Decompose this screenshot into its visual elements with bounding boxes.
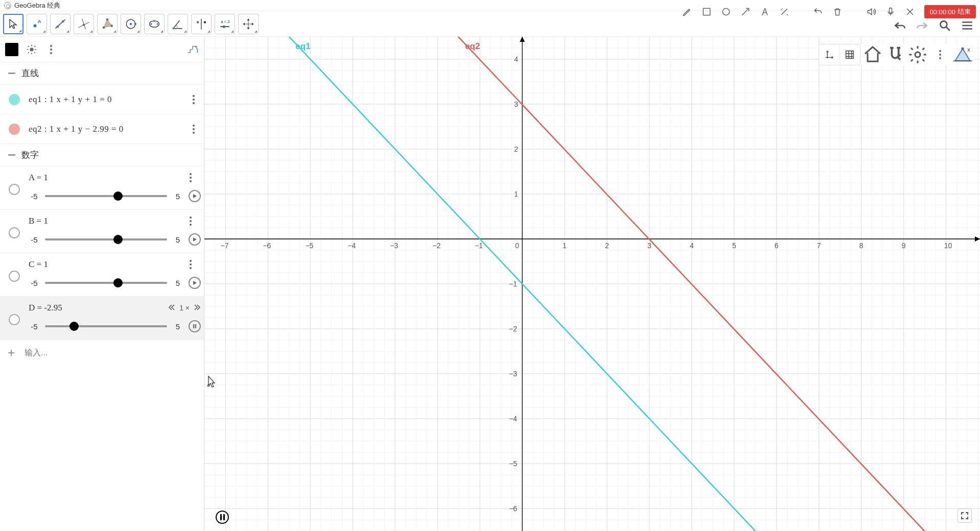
- svg-text:a = 2: a = 2: [221, 19, 230, 24]
- tool-perpendicular[interactable]: [74, 14, 94, 34]
- app-controls: [892, 18, 975, 33]
- speed-down-icon[interactable]: [168, 304, 175, 312]
- tool-slider[interactable]: a = 2: [215, 14, 235, 34]
- svg-point-25: [204, 21, 206, 23]
- visibility-toggle-c[interactable]: [9, 271, 20, 282]
- style-settings-icon[interactable]: [26, 43, 38, 56]
- search-button[interactable]: [937, 18, 952, 33]
- graphics-view[interactable]: x −7−6−5−4−3−2−1012345678910−6−5−4−3−2−1…: [204, 37, 980, 531]
- slider-min-c: -5: [29, 279, 40, 287]
- app-title: GeoGebra 经典: [14, 1, 60, 10]
- construction-steps-icon[interactable]: [186, 43, 199, 56]
- slider-more-a[interactable]: [180, 173, 201, 182]
- slider-play-a[interactable]: [189, 190, 201, 202]
- visibility-toggle-eq1[interactable]: [0, 94, 29, 105]
- sidebar-more-icon[interactable]: [45, 43, 57, 56]
- algebra-input[interactable]: [25, 348, 199, 357]
- svg-text:5: 5: [732, 242, 736, 250]
- tool-circle-center[interactable]: [121, 14, 141, 34]
- magic-icon[interactable]: [779, 7, 789, 17]
- svg-marker-35: [193, 281, 197, 285]
- slider-track-a[interactable]: [45, 195, 167, 197]
- input-row: +: [0, 340, 204, 366]
- equation-more-eq1[interactable]: [183, 95, 204, 104]
- slider-play-b[interactable]: [189, 233, 201, 246]
- undo-button[interactable]: [892, 18, 907, 33]
- svg-marker-11: [104, 19, 112, 28]
- tool-move[interactable]: [3, 14, 24, 34]
- tool-ellipse[interactable]: [144, 14, 165, 34]
- grid-toggle-button[interactable]: [839, 44, 860, 65]
- section-lines[interactable]: 直线: [0, 62, 204, 85]
- menu-button[interactable]: [960, 18, 975, 33]
- tool-angle[interactable]: [168, 14, 188, 34]
- slider-label-d: D = -2.95: [29, 303, 168, 313]
- record-stop-button[interactable]: 00:00:00 结束: [924, 5, 976, 18]
- visibility-toggle-d[interactable]: [9, 314, 20, 325]
- add-button[interactable]: +: [5, 347, 17, 359]
- mic-icon[interactable]: [885, 7, 896, 17]
- svg-point-16: [130, 22, 132, 25]
- slider-max-d: 5: [172, 322, 183, 331]
- global-pause-button[interactable]: [216, 511, 229, 524]
- section-numbers[interactable]: 数字: [0, 144, 204, 166]
- record-label: 结束: [958, 7, 971, 16]
- tool-point[interactable]: A: [27, 14, 47, 34]
- square-icon[interactable]: [702, 7, 712, 17]
- slider-label-a: A = 1: [29, 173, 180, 183]
- svg-rect-36: [193, 324, 194, 328]
- volume-icon[interactable]: [866, 7, 876, 17]
- slider-more-b[interactable]: [180, 216, 201, 226]
- close-icon[interactable]: [905, 7, 915, 17]
- pencil-icon[interactable]: [682, 7, 692, 17]
- tool-polygon[interactable]: [97, 14, 118, 34]
- svg-text:7: 7: [817, 242, 821, 250]
- svg-rect-0: [704, 8, 710, 15]
- current-color-swatch[interactable]: [5, 43, 18, 56]
- svg-point-17: [134, 22, 136, 25]
- graphics-more-button[interactable]: [930, 44, 950, 65]
- graphics-settings-button[interactable]: [907, 44, 928, 65]
- visibility-toggle-eq2[interactable]: [0, 124, 29, 135]
- snap-button[interactable]: [885, 44, 905, 65]
- visibility-toggle-b[interactable]: [9, 227, 20, 238]
- home-button[interactable]: [862, 44, 883, 65]
- graph-canvas[interactable]: −7−6−5−4−3−2−1012345678910−6−5−4−3−2−112…: [204, 37, 980, 531]
- graphics-controls: x: [819, 44, 973, 65]
- axes-toggle-button[interactable]: [819, 44, 839, 65]
- equation-row-eq2[interactable]: eq2 : 1 x + 1 y − 2.99 = 0: [0, 114, 204, 144]
- svg-point-12: [103, 26, 105, 28]
- svg-text:1: 1: [514, 190, 518, 198]
- svg-marker-194: [520, 37, 525, 42]
- equation-more-eq2[interactable]: [183, 125, 204, 134]
- undo-system-icon[interactable]: [813, 7, 823, 17]
- slider-pause-d[interactable]: [189, 320, 201, 332]
- tool-move-view[interactable]: [238, 14, 259, 34]
- slider-more-c[interactable]: [180, 260, 201, 269]
- svg-point-38: [915, 52, 920, 57]
- slider-play-c[interactable]: [189, 277, 201, 289]
- collapse-handle-icon: [8, 154, 15, 156]
- equation-row-eq1[interactable]: eq1 : 1 x + 1 y + 1 = 0: [0, 85, 204, 114]
- circle-icon[interactable]: [721, 7, 731, 17]
- equation-text-eq1: eq1 : 1 x + 1 y + 1 = 0: [29, 94, 183, 105]
- slider-track-d[interactable]: [45, 325, 167, 327]
- fullscreen-button[interactable]: [958, 509, 972, 523]
- redo-button[interactable]: [915, 18, 930, 33]
- arrow-icon[interactable]: [740, 7, 751, 17]
- view-mode-button[interactable]: x: [952, 44, 973, 65]
- svg-marker-193: [975, 236, 980, 242]
- svg-text:8: 8: [859, 242, 864, 250]
- slider-track-b[interactable]: [45, 238, 167, 240]
- svg-text:−6: −6: [263, 242, 271, 250]
- tool-reflect[interactable]: [191, 14, 212, 34]
- tool-line[interactable]: [50, 14, 71, 34]
- delete-icon[interactable]: [832, 7, 843, 17]
- slider-track-c[interactable]: [45, 282, 167, 284]
- slider-speed-d: 1 ×: [168, 304, 201, 312]
- svg-text:−6: −6: [509, 504, 517, 513]
- speed-up-icon[interactable]: [194, 304, 201, 312]
- visibility-toggle-a[interactable]: [9, 184, 20, 195]
- svg-point-3: [33, 24, 36, 27]
- text-icon[interactable]: [760, 7, 770, 17]
